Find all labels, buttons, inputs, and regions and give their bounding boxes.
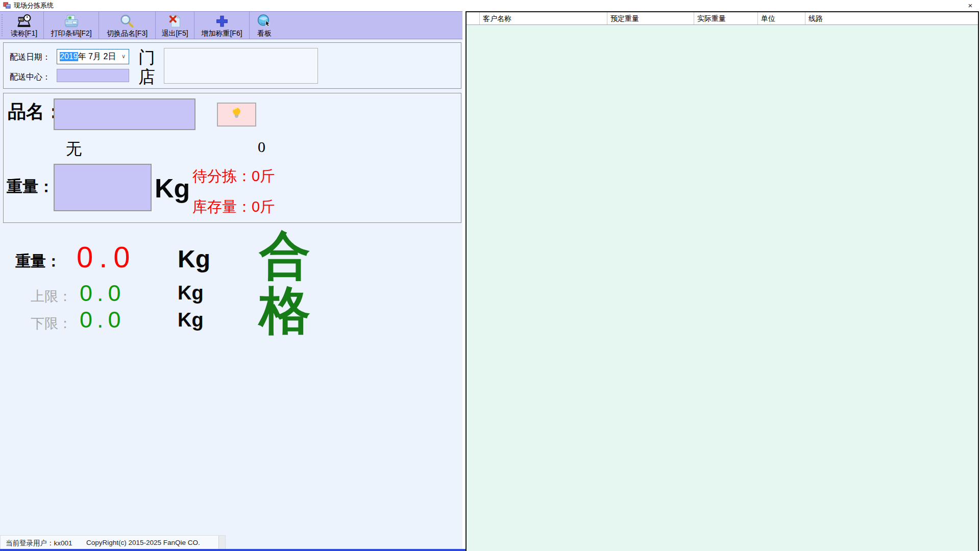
read-scale-button[interactable]: KG 读称[F1] xyxy=(5,12,44,39)
add-weighing-button[interactable]: 增加称重[F6] xyxy=(194,12,250,39)
lower-limit-value: 0.0 xyxy=(80,307,126,333)
upper-limit-value: 0.0 xyxy=(80,280,126,307)
product-group: 品名： 无 0 重量： Kg 待分拣：0斤 库存量：0斤 xyxy=(3,93,461,223)
current-user-label: 当前登录用户： xyxy=(6,539,54,547)
pending-sort-line: 待分拣：0斤 xyxy=(192,166,275,187)
print-barcode-label: 打印条码[F2] xyxy=(51,29,91,38)
stock-label: 库存量： xyxy=(192,198,252,215)
dashboard-label: 看板 xyxy=(257,29,272,38)
column-actual-weight[interactable]: 实际重量 xyxy=(694,12,758,24)
add-weighing-label: 增加称重[F6] xyxy=(201,29,242,38)
toolbar-grip xyxy=(2,14,4,36)
table-body xyxy=(467,25,978,551)
copyright-text: CopyRight(c) 2015-2025 FanQie CO. xyxy=(86,539,200,546)
order-table: 客户名称 预定重量 实际重量 单位 线路 xyxy=(465,11,979,551)
magnifier-icon xyxy=(119,13,135,29)
date-year-selected: 2019 xyxy=(60,52,78,61)
product-name-input[interactable] xyxy=(54,98,195,130)
lower-limit-label: 下限： xyxy=(31,314,72,333)
exit-button[interactable]: 退出[F5] xyxy=(156,12,194,39)
upper-limit-label: 上限： xyxy=(31,287,72,306)
print-barcode-button[interactable]: 打印条码[F2] xyxy=(44,12,99,39)
globe-icon xyxy=(256,13,273,29)
svg-text:KG: KG xyxy=(19,17,23,21)
delivery-date-label: 配送日期： xyxy=(10,52,51,63)
exit-label: 退出[F5] xyxy=(161,29,188,38)
column-scheduled-weight[interactable]: 预定重量 xyxy=(607,12,694,24)
switch-product-button[interactable]: 切换品名[F3] xyxy=(99,12,156,39)
store-label: 门店 xyxy=(138,48,158,87)
upper-limit-unit: Kg xyxy=(178,282,204,304)
app-icon xyxy=(3,2,11,9)
scale-weight-label: 重量： xyxy=(15,251,61,272)
weight-input-unit: Kg xyxy=(155,173,190,204)
title-bar: 现场分拣系统 × xyxy=(0,0,980,11)
current-user-value: kx001 xyxy=(54,539,72,547)
toolbar: KG 读称[F1] 打印条码[F2] xyxy=(0,11,462,39)
stock-line: 库存量：0斤 xyxy=(192,197,275,217)
close-button[interactable]: × xyxy=(961,0,980,11)
lower-limit-unit: Kg xyxy=(178,309,204,331)
statusbar-grip xyxy=(218,536,225,549)
weight-input-label: 重量： xyxy=(7,176,54,197)
pending-sort-value: 0斤 xyxy=(252,168,275,184)
plus-icon xyxy=(214,13,230,29)
weight-input[interactable] xyxy=(54,164,152,211)
store-value-box xyxy=(164,48,318,84)
app-window: 现场分拣系统 × KG 读称[F1] xyxy=(0,0,980,551)
dashboard-button[interactable]: 看板 xyxy=(250,12,279,39)
delivery-center-label: 配送中心： xyxy=(10,72,51,83)
column-route[interactable]: 线路 xyxy=(805,12,978,24)
main-panel xyxy=(0,11,462,551)
switch-product-label: 切换品名[F3] xyxy=(107,29,148,38)
pending-sort-label: 待分拣： xyxy=(192,168,252,184)
stock-value: 0斤 xyxy=(252,198,275,215)
product-none-text: 无 xyxy=(66,138,82,160)
delivery-center-input[interactable] xyxy=(57,69,129,82)
status-bar: 当前登录用户：kx001 CopyRight(c) 2015-2025 FanQ… xyxy=(0,535,226,549)
product-count-text: 0 xyxy=(258,138,265,156)
column-unit[interactable]: 单位 xyxy=(758,12,805,24)
exit-icon xyxy=(167,13,183,29)
lightbulb-icon xyxy=(230,106,243,123)
scale-icon: KG xyxy=(16,13,32,29)
delivery-group: 配送日期： 2019年 7月 2日 ∨ 门店 配送中心： xyxy=(3,42,461,89)
scale-weight-value: 0.0 xyxy=(77,240,136,274)
qualified-status-text: 合格 xyxy=(259,228,314,338)
hint-button[interactable] xyxy=(217,103,256,127)
window-title: 现场分拣系统 xyxy=(14,2,54,10)
read-scale-label: 读称[F1] xyxy=(11,29,37,38)
current-user-text: 当前登录用户：kx001 xyxy=(6,539,72,548)
taskbar-strip xyxy=(0,549,465,551)
printer-icon xyxy=(63,13,80,29)
delivery-date-picker[interactable]: 2019年 7月 2日 ∨ xyxy=(57,49,129,64)
table-header: 客户名称 预定重量 实际重量 单位 线路 xyxy=(467,12,978,25)
column-selector[interactable] xyxy=(467,12,480,24)
chevron-down-icon[interactable]: ∨ xyxy=(121,53,126,60)
date-rest: 年 7月 2日 xyxy=(78,52,116,62)
column-customer-name[interactable]: 客户名称 xyxy=(480,12,607,24)
scale-weight-unit: Kg xyxy=(178,245,210,273)
